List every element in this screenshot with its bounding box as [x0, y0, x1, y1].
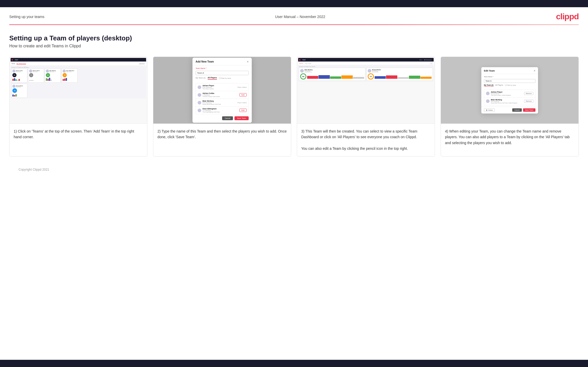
edit-cancel-button[interactable]: Cancel [512, 108, 522, 112]
edit-player-list: Adrian Player Plus Handicap The Shoe Lon… [484, 90, 535, 105]
c1-bar [14, 95, 15, 97]
header-center-text: User Manual – November 2022 [275, 15, 325, 19]
copyright-text: Copyright Clippd 2021 [19, 168, 49, 171]
c1-dot [12, 59, 13, 60]
player-list: Adrian Player Plus Handicap The Shoe Lon… [196, 83, 249, 114]
edit-team-name-label: Team Name * [484, 76, 535, 77]
save-team-button[interactable]: Save Team [234, 116, 249, 120]
team-name-label: Team Name * [196, 67, 249, 69]
c1-bar [14, 78, 15, 81]
player-info-3: Blair McHarg Plus Handicap Royal North D… [203, 100, 236, 105]
remove-player-button-2[interactable]: Remove [524, 100, 533, 103]
modal-tabs: My Team (2) All Players Filter by name [196, 77, 249, 80]
c1-bar [63, 79, 64, 81]
c1-nav-teams: My Performance [16, 63, 26, 65]
c1-bar [12, 79, 14, 81]
card-4: Edit Team × Team Name * My Team (2) All … [441, 57, 579, 156]
card-1-screenshot: clippd Home My Performance Add Team View… [10, 57, 147, 124]
c1-p1-name: Adrian Coliba [16, 70, 23, 71]
add-player-button-2[interactable]: Add [239, 93, 247, 97]
card-1-text: 1) Click on 'Teams' at the top of the sc… [10, 124, 147, 156]
edit-player-row-1: Adrian Player Plus Handicap The Shoe Lon… [484, 90, 535, 98]
card-3-text: 3) This Team will then be created. You c… [297, 124, 435, 156]
c1-p4-info: Player Quality [66, 71, 74, 72]
card-3-screenshot: clippd Teams My Performance Team A | Pla… [297, 57, 435, 124]
add-new-team-modal: Add New Team × Team Name * My Team (2) A… [192, 58, 252, 123]
player-row-3: Blair McHarg Plus Handicap Royal North D… [196, 99, 248, 107]
c1-p5-score: 72 [12, 88, 17, 93]
header-right: clippd [556, 12, 579, 21]
c1-bar [47, 79, 49, 81]
c1-player-card-2: Adrian Collins Player Quality 0 [28, 68, 44, 83]
player-sub2-2: Central London Golf Centre [203, 96, 238, 97]
player-name-4: Dave Billingham [203, 108, 238, 110]
tab-my-team[interactable]: My Team (2) [196, 77, 206, 79]
player-status-3: Player Added [237, 102, 247, 103]
edit-footer-right: Cancel Save Team [512, 108, 535, 112]
c1-bar [64, 78, 65, 81]
c3-topbar: clippd Teams My Performance [298, 58, 434, 62]
filter-by-name: Filter by name [219, 77, 231, 79]
c3-row-label: Viewing 2 of 2 Players from Team A [299, 66, 433, 67]
c1-p4-score: 78 [63, 73, 67, 77]
c1-bar [46, 78, 47, 81]
edit-modal-footer: 🗑 Delete Cancel Save Team [481, 107, 538, 113]
player-info-1: Adrian Player Plus Handicap The Shoe Lon… [203, 85, 236, 90]
c1-player-card-5: Richard Butler Player Quality 72 [11, 84, 27, 98]
remove-player-button-1[interactable]: Remove [524, 92, 533, 95]
c3-players-grid: Blair McHarg Plus Handicap Royal North D… [299, 68, 433, 81]
edit-modal-title: Edit Team [484, 69, 495, 72]
edit-tab-all-players[interactable]: All Players [495, 84, 503, 86]
player-avatar-1 [198, 85, 201, 89]
player-name-1: Adrian Player [203, 85, 236, 86]
c1-p3-name: Blair McHarg [49, 70, 56, 71]
c1-bar [19, 79, 20, 81]
edit-team-name-input[interactable] [484, 79, 535, 83]
c3-p2-score: 72 [368, 73, 374, 80]
c1-p4-name: Dave Billingham [66, 70, 74, 71]
c1-bar [15, 94, 17, 97]
modal-title: Add New Team [196, 60, 214, 63]
edit-modal-tabs: My Team (2) All Players Filter by name [484, 84, 535, 86]
edit-player-sub2-2: Royal North Devon Golf Club, United King… [491, 102, 523, 104]
c1-p1-score: 84 [12, 73, 16, 77]
player-name-3: Blair McHarg [203, 100, 236, 102]
c3-content: Viewing 2 of 2 Players from Team A Blair… [298, 65, 434, 82]
modal-close-button[interactable]: × [247, 60, 249, 64]
page-title: Setting up a Team of players (desktop) [9, 34, 579, 42]
player-sub2-4: The Dog Mapling Golf Club [203, 111, 238, 113]
card-4-text: 4) When editing your Team, you can chang… [441, 124, 578, 156]
team-name-input[interactable] [196, 71, 249, 75]
edit-filter: Filter by name [505, 84, 516, 86]
player-status-1: Player Added [237, 86, 247, 88]
edit-player-row-2: Blair McHarg Plus Handicap Royal North D… [484, 98, 535, 105]
edit-player-info-1: Adrian Player Plus Handicap The Shoe Lon… [491, 91, 523, 96]
top-bar [0, 0, 588, 7]
logo: clippd [556, 12, 579, 21]
c1-bar [17, 80, 18, 81]
bottom-bar [0, 360, 588, 367]
c1-bar [12, 94, 14, 97]
c3-p1-score: 94 [300, 73, 306, 80]
edit-modal-close-button[interactable]: × [534, 69, 535, 73]
edit-modal-form: Team Name * My Team (2) All Players Filt… [481, 74, 538, 90]
c1-p2-info: Player Quality [33, 71, 40, 72]
card-2: Add New Team × Team Name * My Team (2) A… [153, 57, 291, 156]
c3-player-card-1: Blair McHarg Plus Handicap Royal North D… [299, 68, 365, 81]
tab-all-players[interactable]: All Players [208, 77, 217, 80]
edit-tab-my-team[interactable]: My Team (2) [484, 84, 493, 86]
edit-modal-header: Edit Team × [481, 67, 538, 74]
edit-save-team-button[interactable]: Save Team [523, 108, 535, 112]
c1-brand: clippd [15, 59, 18, 60]
c1-p2-score: 0 [29, 73, 33, 77]
cancel-button[interactable]: Cancel [222, 116, 233, 120]
c1-player-card-3: Blair McHarg Player Quality 94 [45, 68, 61, 83]
player-avatar-2 [198, 93, 201, 97]
c1-row-label: Viewing 5 of 5 Players from All Players [11, 67, 145, 68]
add-player-button-4[interactable]: Add [239, 109, 247, 112]
delete-team-button[interactable]: 🗑 Delete [484, 108, 495, 112]
cards-row: clippd Home My Performance Add Team View… [9, 57, 579, 156]
c1-bar [49, 78, 50, 81]
c1-bar [51, 80, 52, 81]
edit-player-sub2-1: The Shoe London, United Kingdom [491, 94, 523, 96]
